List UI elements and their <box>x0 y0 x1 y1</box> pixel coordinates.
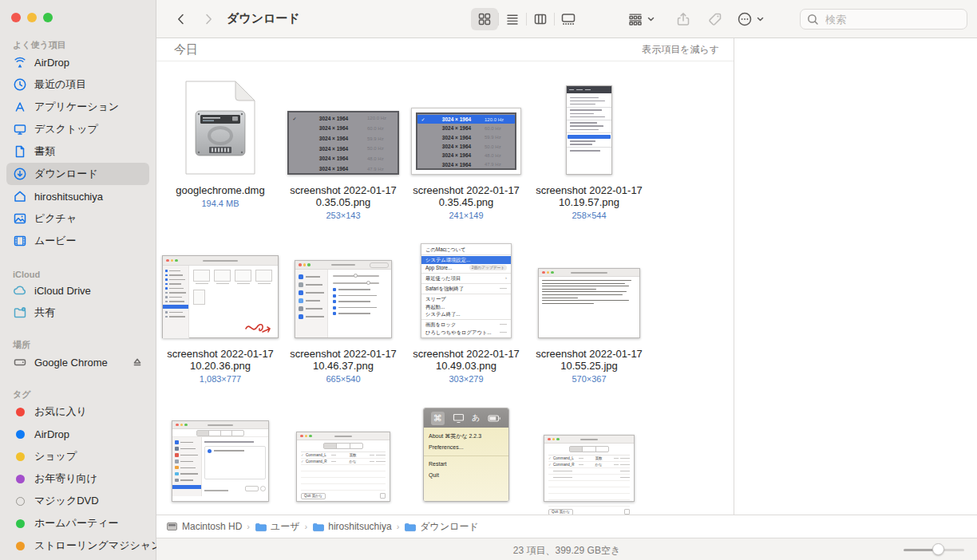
slider-knob[interactable] <box>932 543 944 555</box>
file-name: screenshot 2022-01-17 10.55.25.jpg <box>531 348 647 372</box>
sidebar-item-icloud-drive[interactable]: iCloud Drive <box>6 279 149 302</box>
file-thumbnail: ✓Command_L英数 ✓Command_Rかな Quit 英かな <box>282 403 405 502</box>
external-drive-icon <box>13 355 27 369</box>
sidebar-item--[interactable]: お気に入り <box>6 400 149 423</box>
list-view-button[interactable] <box>499 8 526 30</box>
sidebar-item-label: お年寄り向け <box>34 471 97 486</box>
search-field[interactable] <box>800 9 967 30</box>
tag-color-dot <box>16 452 25 461</box>
sidebar-item-label: ダウンロード <box>34 167 98 181</box>
file-thumbnail <box>528 76 651 175</box>
file-item-screenshot-2022-01-17-10.55.25.jpg[interactable]: screenshot 2022-01-17 10.55.25.jpg570×36… <box>528 225 651 388</box>
status-bar: 23 項目、399.29 GB空き <box>156 538 977 560</box>
file-item-screenshot-2022-01-17-0.35.05.png[interactable]: ✓ 3024 × 1964 120.0 Hz ✓ 3024 × 1964 60.… <box>282 61 405 225</box>
sidebar-item-airdrop[interactable]: AirDrop <box>6 423 149 445</box>
ellipsis-circle-icon <box>733 8 757 30</box>
file-info: 194.4 MB <box>159 199 282 208</box>
sidebar-item--[interactable]: ムービー <box>6 230 149 252</box>
search-input[interactable] <box>824 13 947 26</box>
sidebar-item--dvd[interactable]: マジックDVD <box>6 490 149 512</box>
file-item[interactable] <box>159 388 282 515</box>
chevron-down-icon <box>647 16 655 22</box>
file-name: screenshot 2022-01-17 10.46.37.png <box>285 348 401 372</box>
sidebar-item--[interactable]: ホームパーティー <box>6 512 149 534</box>
sidebar-item-hiroshitsuchiya[interactable]: hiroshitsuchiya <box>6 185 149 207</box>
icon-size-slider[interactable] <box>904 546 964 553</box>
sidebar-item-label: お気に入り <box>34 404 87 419</box>
sidebar-sections: よく使う項目AirDrop最近の項目アプリケーションデスクトップ書類ダウンロード… <box>0 35 156 557</box>
column-view-button[interactable] <box>527 8 554 30</box>
zoom-button[interactable] <box>43 13 53 22</box>
file-thumbnail: ✓ 3024 × 1964 120.0 Hz ✓ 3024 × 1964 60.… <box>405 76 528 175</box>
path-item-label: ダウンロード <box>420 520 478 534</box>
forward-button[interactable] <box>195 8 222 30</box>
sidebar-item-label: 書類 <box>34 144 55 159</box>
icon-view-button[interactable] <box>471 8 498 30</box>
file-item[interactable]: ⌘ あ About ⌘英かな 2.2.3 Preferences... Rest… <box>405 388 528 515</box>
eject-icon[interactable] <box>132 357 143 368</box>
file-item-screenshot-2022-01-17-10.20.36.png[interactable]: screenshot 2022-01-17 10.20.36.png1,083×… <box>159 225 282 388</box>
file-item-googlechrome.dmg[interactable]: googlechrome.dmg194.4 MB <box>159 61 282 225</box>
back-button[interactable] <box>168 8 195 30</box>
file-thumbnail: ⌘ あ About ⌘英かな 2.2.3 Preferences... Rest… <box>405 403 528 502</box>
sidebar-item-label: hiroshitsuchiya <box>34 191 103 203</box>
show-fewer-link[interactable]: 表示項目を減らす <box>642 43 719 57</box>
toolbar: ダウンロード <box>156 0 977 38</box>
path-item--[interactable]: ユーザ <box>255 520 300 534</box>
sidebar-item-label: 最近の項目 <box>34 77 86 92</box>
sidebar-item--[interactable]: ストローリングマジシャン <box>6 534 149 557</box>
file-grid: googlechrome.dmg194.4 MB ✓ 3024 × 1964 1… <box>156 61 734 515</box>
more-actions-button[interactable] <box>733 0 764 37</box>
sidebar-item-label: ムービー <box>34 234 77 248</box>
sidebar-item--[interactable]: お年寄り向け <box>6 467 149 490</box>
file-thumbnail: ✓Command_L英数 ✓Command_Rかな Quit 英かな <box>528 403 651 502</box>
file-name: screenshot 2022-01-17 0.35.45.png <box>408 184 524 208</box>
path-item-macintosh-hd[interactable]: Macintosh HD <box>166 521 242 532</box>
file-item-screenshot-2022-01-17-0.35.45.png[interactable]: ✓ 3024 × 1964 120.0 Hz ✓ 3024 × 1964 60.… <box>405 61 528 225</box>
sidebar-item--[interactable]: アプリケーション <box>6 96 149 118</box>
sidebar-item--[interactable]: ダウンロード <box>6 163 149 185</box>
pictures-icon <box>13 211 27 226</box>
file-item-screenshot-2022-01-17-10.19.57.png[interactable]: screenshot 2022-01-17 10.19.57.png258×54… <box>528 61 651 225</box>
home-icon <box>13 189 27 203</box>
sidebar-item--[interactable]: ピクチャ <box>6 207 149 230</box>
file-info: 1,083×777 <box>159 374 282 384</box>
file-item[interactable]: ✓Command_L英数 ✓Command_Rかな Quit 英かな <box>528 388 651 515</box>
file-info: 665×540 <box>282 374 405 384</box>
path-item-hiroshitsuchiya[interactable]: hiroshitsuchiya <box>312 521 391 532</box>
disk-icon <box>166 521 178 532</box>
close-button[interactable] <box>11 13 21 22</box>
share-icon <box>670 8 697 30</box>
airdrop-icon <box>13 55 27 69</box>
file-info: 253×143 <box>282 211 405 220</box>
file-item[interactable]: ✓Command_L英数 ✓Command_Rかな Quit 英かな <box>282 388 405 515</box>
sidebar-item--[interactable]: i共有 <box>6 302 149 324</box>
tags-button[interactable] <box>702 0 729 37</box>
cloud-icon <box>13 283 27 298</box>
sidebar-item-label: ストローリングマジシャン <box>34 538 161 553</box>
sidebar-item-airdrop[interactable]: AirDrop <box>6 51 149 73</box>
sidebar-item--[interactable]: ショップ <box>6 445 149 467</box>
sidebar-item--[interactable]: デスクトップ <box>6 118 149 140</box>
movies-icon <box>13 234 27 248</box>
file-thumbnail <box>159 76 282 175</box>
group-header-title: 今日 <box>174 42 198 57</box>
file-info: 241×149 <box>405 211 528 220</box>
file-item-screenshot-2022-01-17-10.49.03.png[interactable]: このMacについてシステム環境設定...App Store...2個のアップデー… <box>405 225 528 388</box>
sidebar-item-google-chrome[interactable]: Google Chrome <box>6 351 149 373</box>
file-thumbnail <box>159 239 282 338</box>
minimize-button[interactable] <box>27 13 37 22</box>
gallery-view-button[interactable] <box>555 8 582 30</box>
chevron-down-icon <box>757 16 764 22</box>
path-bar: Macintosh HD›ユーザ›hiroshitsuchiya›ダウンロード <box>156 515 977 538</box>
sidebar-item--[interactable]: 書類 <box>6 140 149 163</box>
sidebar-item--[interactable]: 最近の項目 <box>6 73 149 96</box>
file-item-screenshot-2022-01-17-10.46.37.png[interactable]: screenshot 2022-01-17 10.46.37.png665×54… <box>282 225 405 388</box>
tag-color-dot <box>16 475 25 483</box>
share-button[interactable] <box>670 0 697 37</box>
sidebar-item-label: マジックDVD <box>34 494 99 508</box>
group-button[interactable] <box>623 0 655 37</box>
path-item--[interactable]: ダウンロード <box>404 520 478 534</box>
sidebar-section-title: タグ <box>0 385 156 400</box>
group-icon <box>623 8 647 30</box>
